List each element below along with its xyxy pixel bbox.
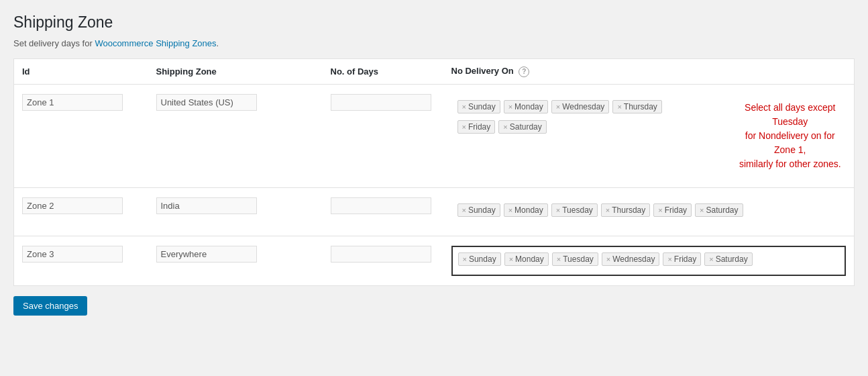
page-description: Set delivery days for Woocommerce Shippi… [13,38,855,48]
zone3-tags-row2: × Tuesday × Wednesday [552,252,660,266]
header-no-delivery-label: No Delivery On [451,66,514,76]
zone1-tags-row3: × Friday × Saturday [457,120,547,134]
remove-friday-z3[interactable]: × [667,255,671,263]
zone1-id-cell [14,84,148,187]
remove-monday-z2[interactable]: × [508,206,512,214]
remove-thursday-z2[interactable]: × [606,206,610,214]
remove-saturday-z3[interactable]: × [709,255,713,263]
zone1-nodelivery-cell: × Sunday × Monday × Wednesday × Thursday… [443,84,855,187]
header-shipping-zone: Shipping Zone [148,59,323,85]
remove-saturday-z1[interactable]: × [503,123,507,131]
zone2-tags-row2: × Tuesday × Thursday [551,203,651,217]
callout-text: Select all days except Tuesday for Nonde… [735,94,846,178]
remove-wednesday-z3[interactable]: × [606,255,610,263]
zone3-shipping-zone-input[interactable] [156,246,257,263]
tag-wednesday-z1: × Wednesday [551,100,610,113]
remove-wednesday-z1[interactable]: × [556,103,560,111]
table-header-row: Id Shipping Zone No. of Days No Delivery… [14,59,855,85]
tag-tuesday-z2: × Tuesday [551,203,598,217]
save-changes-button[interactable]: Save changes [13,296,87,316]
tag-wednesday-z3: × Wednesday [602,252,660,266]
zone1-tags-container: × Sunday × Monday × Wednesday × Thursday… [451,94,721,143]
header-no-delivery-on: No Delivery On ? [443,59,855,85]
zone1-shipping-zone-input[interactable] [156,94,257,111]
tag-saturday-z3: × Saturday [704,252,752,266]
tag-tuesday-z3: × Tuesday [552,252,598,266]
header-no-of-days: No. of Days [323,59,443,85]
table-row: × Sunday × Monday × Tuesday × Thursday ×… [14,187,855,236]
tag-friday-z1: × Friday [457,120,496,134]
remove-friday-z2[interactable]: × [658,206,662,214]
zone2-days-input[interactable] [331,197,431,214]
zone3-nodelivery-cell: × Sunday × Monday × Tuesday × Wednesday … [443,236,855,285]
zone2-shipping-zone-input[interactable] [156,197,257,214]
zone3-tags-row1: × Sunday × Monday [458,252,549,266]
remove-tuesday-z3[interactable]: × [557,255,561,263]
table-row: × Sunday × Monday × Tuesday × Wednesday … [14,236,855,285]
tag-monday-z2: × Monday [504,203,548,217]
tag-thursday-z2: × Thursday [601,203,650,217]
zone2-tags-row3: × Friday × Saturday [653,203,743,217]
zone3-days-input[interactable] [331,246,431,263]
callout-line1: Select all days except Tuesday [745,102,835,127]
zone1-days-cell [323,84,443,187]
tag-monday-z1: × Monday [504,100,548,113]
zone3-id-cell [14,236,148,285]
tag-sunday-z2: × Sunday [457,203,500,217]
zone1-id-input[interactable] [22,94,123,111]
table-row: × Sunday × Monday × Wednesday × Thursday… [14,84,855,187]
zone2-tags-row1: × Sunday × Monday [457,203,548,217]
tag-sunday-z1: × Sunday [457,100,500,113]
info-icon[interactable]: ? [519,66,529,77]
tag-friday-z3: × Friday [663,252,701,266]
zone3-tags-container: × Sunday × Monday × Tuesday × Wednesday … [451,246,847,276]
zone3-shipping-zone-cell [148,236,323,285]
remove-friday-z1[interactable]: × [462,123,466,131]
header-id: Id [14,59,148,85]
remove-sunday-z1[interactable]: × [462,103,466,111]
tag-monday-z3: × Monday [504,252,549,266]
woocommerce-link[interactable]: Woocommerce Shipping Zones [95,38,216,48]
tag-saturday-z2: × Saturday [695,203,743,217]
remove-thursday-z1[interactable]: × [617,103,621,111]
remove-sunday-z3[interactable]: × [463,255,467,263]
remove-saturday-z2[interactable]: × [700,206,704,214]
page-title: Shipping Zone [13,13,855,32]
shipping-zones-table: Id Shipping Zone No. of Days No Delivery… [13,58,855,286]
tag-thursday-z1: × Thursday [612,100,661,113]
tag-sunday-z3: × Sunday [458,252,501,266]
remove-monday-z1[interactable]: × [508,103,512,111]
callout-line3: similarly for other zones. [739,158,841,169]
tag-friday-z2: × Friday [653,203,692,217]
zone3-tags-row3: × Friday × Saturday [663,252,752,266]
remove-monday-z3[interactable]: × [509,255,513,263]
zone3-days-cell [323,236,443,285]
zone3-id-input[interactable] [22,246,123,263]
zone2-shipping-zone-cell [148,187,323,236]
zone1-shipping-zone-cell [148,84,323,187]
zone1-tags-row1: × Sunday × Monday [457,100,548,113]
zone2-id-cell [14,187,148,236]
zone1-days-input[interactable] [331,94,431,111]
zone2-id-input[interactable] [22,197,123,214]
zone2-tags-container: × Sunday × Monday × Tuesday × Thursday ×… [451,197,847,226]
remove-tuesday-z2[interactable]: × [556,206,560,214]
zone2-days-cell [323,187,443,236]
zone1-tags-row2: × Wednesday × Thursday [551,100,662,113]
tag-saturday-z1: × Saturday [498,120,546,134]
zone2-nodelivery-cell: × Sunday × Monday × Tuesday × Thursday ×… [443,187,855,236]
remove-sunday-z2[interactable]: × [462,206,466,214]
callout-line2: for Nondelivery on for Zone 1, [745,130,835,155]
